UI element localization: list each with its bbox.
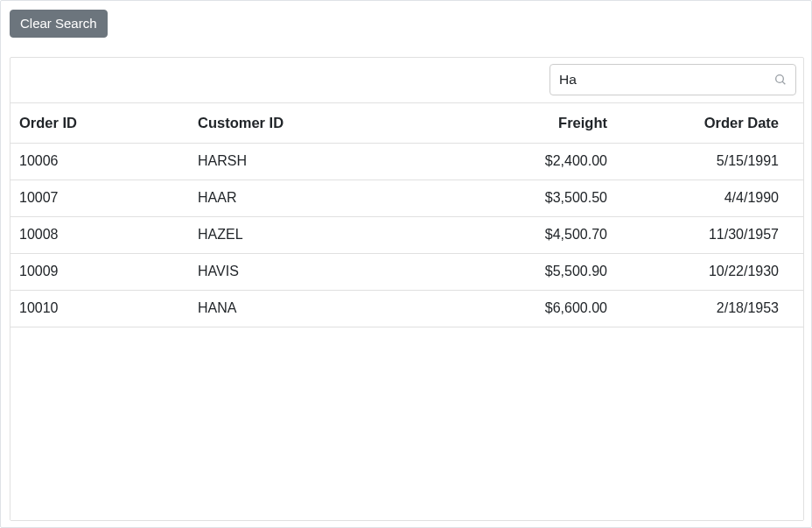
grid-body[interactable]: 10006 HARSH $2,400.00 5/15/1991 10007 HA… [10,144,803,520]
cell-order-date: 4/4/1990 [614,190,788,206]
table-row[interactable]: 10007 HAAR $3,500.50 4/4/1990 [10,180,803,217]
search-box[interactable] [550,64,796,95]
cell-order-date: 10/22/1930 [614,264,788,279]
cell-order-id: 10006 [10,153,194,169]
cell-order-id: 10010 [10,300,194,316]
column-header-freight[interactable]: Freight [430,115,614,131]
cell-customer-id: HAVIS [194,264,430,279]
table-row[interactable]: 10009 HAVIS $5,500.90 10/22/1930 [10,254,803,291]
cell-order-id: 10007 [10,190,194,206]
cell-customer-id: HARSH [194,153,430,169]
column-header-row: Order ID Customer ID Freight Order Date [10,103,803,144]
cell-customer-id: HAZEL [194,227,430,243]
svg-line-1 [782,81,785,84]
clear-search-button[interactable]: Clear Search [10,10,108,38]
search-input[interactable] [559,65,766,95]
svg-point-0 [776,75,784,83]
column-header-order-date[interactable]: Order Date [614,115,788,131]
cell-freight: $5,500.90 [430,264,614,279]
search-icon[interactable] [773,72,788,88]
data-grid: Order ID Customer ID Freight Order Date … [10,57,804,521]
cell-freight: $3,500.50 [430,190,614,206]
cell-order-date: 11/30/1957 [614,227,788,243]
cell-order-date: 5/15/1991 [614,153,788,169]
column-header-customer-id[interactable]: Customer ID [194,115,430,131]
cell-freight: $2,400.00 [430,153,614,169]
cell-freight: $6,600.00 [430,300,614,316]
cell-order-id: 10009 [10,264,194,279]
table-row[interactable]: 10010 HANA $6,600.00 2/18/1953 [10,291,803,327]
table-row[interactable]: 10008 HAZEL $4,500.70 11/30/1957 [10,217,803,254]
cell-order-date: 2/18/1953 [614,300,788,316]
cell-customer-id: HAAR [194,190,430,206]
grid-toolbar [10,58,803,103]
cell-order-id: 10008 [10,227,194,243]
app-frame: Clear Search Order ID Customer ID Freigh… [0,0,812,528]
table-row[interactable]: 10006 HARSH $2,400.00 5/15/1991 [10,144,803,180]
cell-freight: $4,500.70 [430,227,614,243]
cell-customer-id: HANA [194,300,430,316]
column-header-order-id[interactable]: Order ID [10,115,194,131]
